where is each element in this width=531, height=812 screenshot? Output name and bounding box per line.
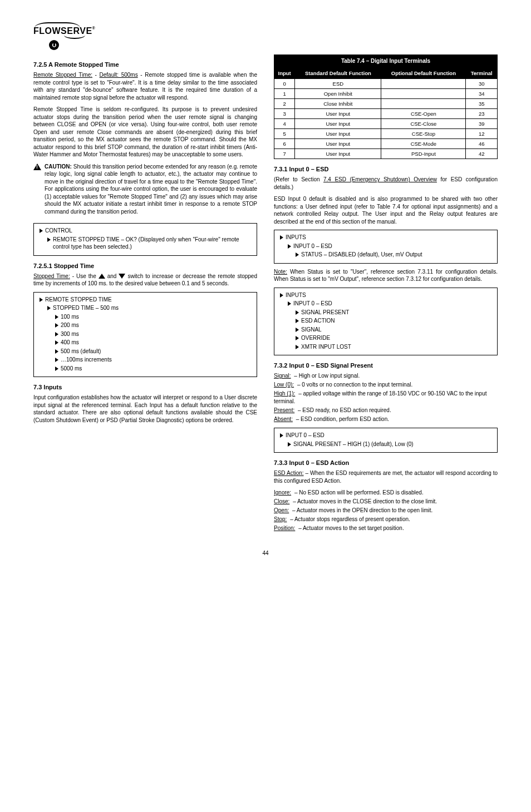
caution-icon [33,164,41,170]
table-header: Standard Default Function [295,68,381,79]
menu-item: INPUTS [286,234,306,241]
heading-7-2-5: 7.2.5 A Remote Stopped Time [33,61,257,68]
menu-item: SIGNAL PRESENT – HIGH (1) (default), Low… [293,440,414,448]
menu-item: REMOTE STOPPED TIME [45,296,112,304]
menu-item: STATUS – DISABLED (default), User, mV Ou… [301,251,422,259]
esd-action-defs: Ignore: – No ESD action will be performe… [274,489,498,532]
table-row: 5User InputCSE-Stop12 [274,129,498,139]
stopped-time-para: Stopped Time: - Use the and switch to in… [33,273,257,288]
menu-marker-icon [40,229,43,233]
menu-marker-icon [55,315,58,319]
menu-marker-icon [280,235,283,240]
menu-control-remote-stopped: CONTROL REMOTE STOPPED TIME – OK? (Displ… [33,223,257,256]
heading-7-3-1: 7.3.1 Input 0 – ESD [274,166,498,172]
table-header: Input [274,68,295,79]
menu-item: 200 ms [61,321,79,329]
menu-item: 300 ms [61,330,79,338]
table-row: 3User InputCSE-Open23 [274,109,498,119]
table-header: Optional Default Function [381,68,466,79]
table-row: 0ESD30 [274,79,498,89]
esd-para: ESD Input 0 default is disabled and is a… [274,195,498,225]
menu-item: INPUT 0 – ESD [293,300,332,308]
menu-marker-icon [47,237,51,242]
menu-marker-icon [288,301,291,306]
menu-stopped-time-values: REMOTE STOPPED TIME STOPPED TIME – 500 m… [33,292,257,378]
digital-input-terminals-table: Table 7.4 – Digital Input Terminals Inpu… [274,55,498,159]
signal-present-defs: Signal: – High or Low input signal. Low … [274,372,498,423]
logo-text: FLOWSERVE® [33,26,95,36]
menu-marker-icon [280,433,283,438]
menu-marker-icon [55,367,58,371]
menu-item: 100 ms [61,313,79,321]
inputs-para: Input configuration establishes how the … [33,394,257,424]
menu-item: STOPPED TIME – 500 ms [53,304,119,312]
menu-item: 400 ms [61,339,79,346]
menu-marker-icon [296,345,299,349]
table-header: Terminal [466,68,498,79]
heading-7-3-2: 7.3.2 Input 0 – ESD Signal Present [274,362,498,369]
menu-item: CONTROL [45,227,72,235]
menu-item: 500 ms (default) [61,348,101,355]
menu-marker-icon [280,293,283,298]
menu-item: OVERRIDE [301,334,330,342]
esd-note: Note: When Status is set to "User", refe… [274,268,498,283]
menu-marker-icon [288,442,291,447]
table-row: 6User InputCSE-Mode46 [274,139,498,149]
table-row: 4User InputCSE-Close39 [274,119,498,129]
menu-marker-icon [55,358,58,362]
menu-item: ESD ACTION [301,317,335,325]
menu-marker-icon [55,349,58,354]
menu-marker-icon [296,336,299,340]
menu-item: …100ms increments [61,356,112,364]
menu-marker-icon [296,328,299,332]
left-column: 7.2.5 A Remote Stopped Time Remote Stopp… [33,55,257,533]
menu-marker-icon [296,310,299,315]
menu-item: INPUT 0 – ESD [286,432,324,439]
menu-inputs-esd-status: INPUTS INPUT 0 – ESD STATUS – DISABLED (… [274,230,498,264]
table-row: 2Close Inhibit35 [274,99,498,109]
remote-stopped-time-detail: Remote Stopped Time is seldom re-configu… [33,106,257,159]
table-row: 1Open Inhibit34 [274,89,498,99]
menu-item: XMTR INPUT LOST [301,343,351,351]
menu-item: SIGNAL [301,326,322,334]
menu-item: REMOTE STOPPED TIME – OK? (Displayed onl… [53,236,251,251]
table-row: 7User InputPSD-Input42 [274,149,498,159]
menu-marker-icon [55,323,58,328]
caution-text: CAUTION: Should this transition period b… [45,163,257,216]
menu-item: INPUTS [286,291,306,299]
esd-action-para: ESD Action: – When the ESD requirements … [274,469,498,484]
caution-block: CAUTION: Should this transition period b… [33,163,257,219]
menu-inputs-esd-items: INPUTS INPUT 0 – ESD SIGNAL PRESENT ESD … [274,288,498,356]
menu-item: SIGNAL PRESENT [301,309,349,316]
heading-7-2-5-1: 7.2.5.1 Stopped Time [33,263,257,269]
page-number: 44 [33,550,498,556]
remote-stopped-time-intro: Remote Stopped Time: - Default: 500ms - … [33,71,257,101]
menu-marker-icon [296,252,299,257]
right-column: Table 7.4 – Digital Input Terminals Inpu… [274,55,498,533]
heading-7-3-3: 7.3.3 Input 0 – ESD Action [274,459,498,466]
menu-item: 5000 ms [61,365,82,373]
down-arrow-icon [119,274,125,279]
table-title: Table 7.4 – Digital Input Terminals [274,55,498,68]
menu-marker-icon [47,306,51,310]
recycle-icon: ➲ [49,40,59,50]
menu-marker-icon [55,332,58,336]
up-arrow-icon [99,274,105,279]
heading-7-3: 7.3 Inputs [33,384,257,390]
menu-item: INPUT 0 – ESD [293,242,332,250]
menu-marker-icon [288,244,291,249]
menu-marker-icon [296,319,299,323]
menu-marker-icon [40,298,43,302]
logo: FLOWSERVE® ➲ [33,22,498,50]
esd-ref: (Refer to Section 7.4 ESD (Emergency Shu… [274,176,498,191]
menu-marker-icon [55,340,58,345]
menu-signal-present: INPUT 0 – ESD SIGNAL PRESENT – HIGH (1) … [274,428,498,453]
